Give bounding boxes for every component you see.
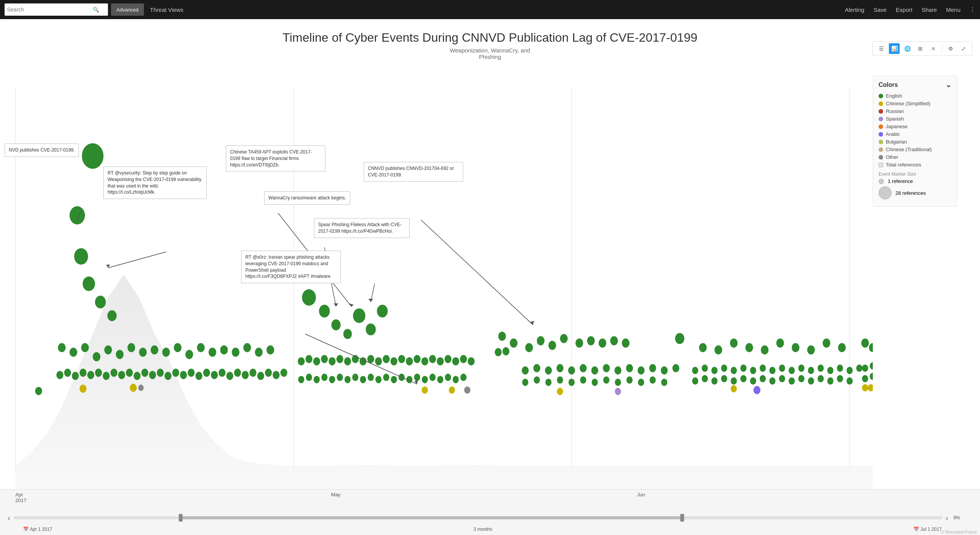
- svg-point-57: [273, 371, 279, 379]
- svg-point-148: [603, 377, 609, 384]
- svg-point-144: [557, 377, 563, 384]
- svg-point-150: [626, 377, 632, 384]
- svg-point-32: [80, 369, 87, 377]
- svg-point-58: [280, 369, 287, 377]
- settings-icon[interactable]: ⚙: [945, 43, 956, 54]
- alerting-link[interactable]: Alerting: [845, 7, 864, 13]
- svg-point-8: [95, 295, 106, 308]
- svg-point-129: [545, 366, 552, 374]
- svg-point-119: [537, 336, 544, 346]
- svg-point-98: [345, 376, 351, 383]
- advanced-button[interactable]: Advanced: [111, 3, 144, 16]
- chart-title-area: Timeline of Cyber Events During CNNVD Pu…: [0, 19, 980, 64]
- svg-point-22: [197, 343, 205, 352]
- svg-point-138: [649, 364, 656, 372]
- svg-point-86: [429, 355, 436, 363]
- svg-point-42: [157, 369, 164, 377]
- svg-point-61: [138, 385, 144, 391]
- chart-view-icon[interactable]: 📊: [889, 43, 900, 54]
- menu-dots-icon[interactable]: ⋮: [970, 6, 975, 13]
- svg-point-45: [180, 371, 187, 379]
- svg-point-6: [74, 248, 88, 265]
- legend-item-english: English: [879, 93, 951, 99]
- svg-point-121: [560, 334, 568, 343]
- svg-point-193: [750, 377, 756, 385]
- svg-point-171: [711, 367, 717, 374]
- chinese-simplified-color-dot: [879, 101, 883, 106]
- search-input[interactable]: [7, 7, 91, 13]
- svg-point-192: [740, 375, 746, 382]
- svg-point-206: [753, 386, 760, 394]
- scroll-handle-left[interactable]: [179, 514, 183, 522]
- svg-point-198: [798, 375, 804, 382]
- svg-point-203: [846, 377, 853, 385]
- svg-point-172: [721, 365, 727, 372]
- svg-point-102: [376, 376, 382, 383]
- svg-point-166: [807, 345, 815, 354]
- svg-point-24: [220, 345, 228, 354]
- arabic-color-dot: [879, 132, 883, 137]
- legend-collapse-icon[interactable]: ⌄: [946, 81, 951, 89]
- svg-point-176: [760, 365, 766, 372]
- svg-point-151: [638, 378, 644, 386]
- svg-point-83: [406, 357, 413, 365]
- svg-point-90: [460, 355, 467, 363]
- svg-point-9: [107, 310, 116, 321]
- save-link[interactable]: Save: [874, 7, 887, 13]
- svg-point-75: [344, 357, 351, 365]
- svg-point-16: [127, 343, 135, 352]
- export-link[interactable]: Export: [896, 7, 912, 13]
- svg-point-213: [862, 384, 868, 391]
- svg-point-52: [234, 369, 241, 377]
- svg-point-41: [149, 371, 156, 379]
- svg-point-53: [242, 371, 249, 379]
- svg-point-214: [868, 384, 873, 391]
- chart-subtitle: Weaponization, WannaCry, and Phishing: [0, 47, 980, 60]
- svg-point-110: [437, 376, 443, 383]
- svg-point-161: [730, 339, 738, 348]
- legend-marker-large: [879, 186, 892, 199]
- svg-point-160: [714, 345, 722, 354]
- scroll-right-arrow[interactable]: ›: [942, 514, 951, 522]
- svg-point-111: [445, 374, 451, 381]
- svg-point-120: [549, 341, 556, 350]
- nav-right-items: Alerting Save Export Share Menu ⋮: [845, 6, 975, 13]
- svg-point-49: [211, 371, 218, 379]
- svg-point-212: [870, 373, 873, 380]
- svg-point-132: [580, 364, 586, 372]
- svg-point-200: [818, 375, 824, 382]
- chinese-traditional-color-dot: [879, 147, 883, 152]
- menu-link[interactable]: Menu: [946, 7, 960, 13]
- scroll-left-arrow[interactable]: ‹: [5, 514, 13, 522]
- svg-point-112: [452, 376, 459, 383]
- svg-point-108: [422, 376, 428, 383]
- svg-point-156: [498, 332, 506, 341]
- svg-point-84: [413, 355, 420, 363]
- svg-point-159: [699, 343, 707, 352]
- svg-point-109: [430, 374, 436, 381]
- grid-view-icon[interactable]: ⊞: [915, 43, 926, 54]
- svg-point-123: [587, 336, 595, 346]
- scroll-handle-right[interactable]: [680, 514, 684, 522]
- details-view-icon[interactable]: ≡: [928, 43, 939, 54]
- svg-point-7: [83, 276, 95, 291]
- svg-marker-225: [368, 299, 373, 302]
- svg-point-154: [557, 388, 563, 395]
- threat-views-label[interactable]: Threat Views: [150, 7, 183, 13]
- svg-point-5: [70, 206, 85, 225]
- svg-point-64: [332, 319, 341, 330]
- svg-point-23: [209, 347, 216, 357]
- svg-point-93: [306, 374, 312, 381]
- svg-point-208: [869, 343, 873, 352]
- legend-marker-small: [879, 179, 884, 184]
- svg-point-48: [203, 369, 210, 377]
- share-link[interactable]: Share: [921, 7, 937, 13]
- list-view-icon[interactable]: ☰: [876, 43, 887, 54]
- svg-point-116: [464, 387, 470, 394]
- svg-point-197: [789, 377, 795, 385]
- legend-item-chinese-traditional: Chinese (Traditional): [879, 147, 951, 152]
- globe-view-icon[interactable]: 🌐: [902, 43, 913, 54]
- fullscreen-icon[interactable]: ⤢: [958, 43, 969, 54]
- legend-item-spanish: Spanish: [879, 116, 951, 122]
- timeline-date-end: 📅 Jul 1 2017: [913, 527, 942, 532]
